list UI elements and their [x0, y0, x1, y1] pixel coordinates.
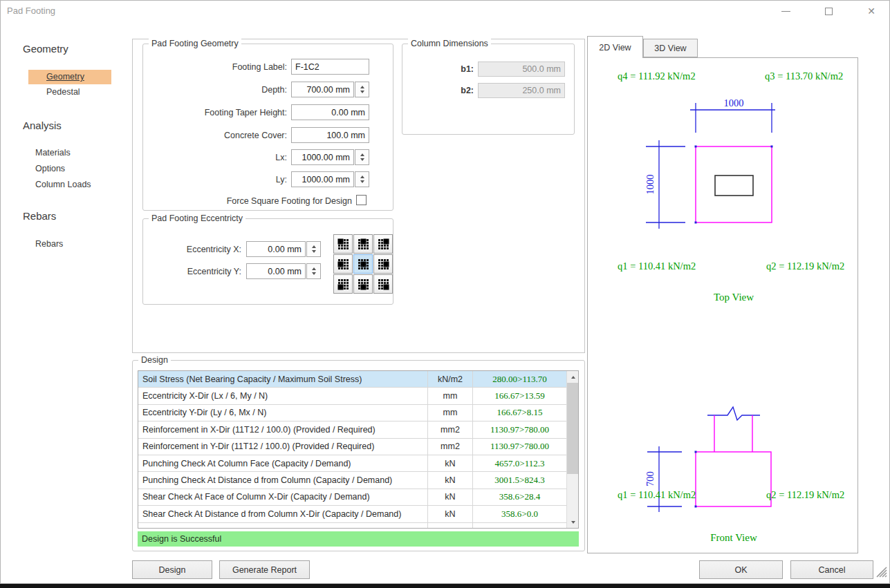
table-row[interactable]: Punching Check At Distance d from Column…	[138, 472, 578, 489]
spinner-down-icon	[360, 91, 364, 93]
2d-view-drawing: q4 = 111.92 kN/m2 q3 = 113.70 kN/m2 1000…	[587, 57, 857, 552]
spinner-up-icon	[360, 153, 364, 156]
position-middle-right-button[interactable]	[373, 254, 393, 274]
force-square-footing-label: Force Square Footing for Design	[142, 196, 352, 206]
sidebar-item-options[interactable]: Options	[35, 164, 65, 173]
scroll-up-icon	[571, 376, 575, 379]
corner-node	[695, 222, 697, 224]
corner-node	[695, 506, 697, 508]
scrollbar-up-button[interactable]	[567, 371, 579, 383]
q4-annotation: q4 = 111.92 kN/m2	[618, 70, 696, 82]
table-row[interactable]: Soil Stress (Net Bearing Capacity / Maxi…	[138, 371, 578, 388]
lx-stepper[interactable]	[355, 149, 369, 165]
spinner-down-icon	[360, 158, 364, 161]
dim-height-label: 1000	[645, 175, 656, 195]
position-bottom-center-button[interactable]	[353, 274, 373, 294]
position-top-center-button[interactable]	[353, 234, 373, 254]
spinner-up-icon	[312, 245, 316, 248]
footing-taper-height-label: Footing Taper Height:	[142, 108, 287, 117]
position-grid-icon	[337, 238, 349, 250]
maximize-icon	[825, 8, 833, 15]
sidebar-item-column-loads[interactable]: Column Loads	[35, 180, 91, 189]
force-square-footing-checkbox[interactable]	[356, 195, 367, 205]
depth-input[interactable]: 700.00 mm	[291, 82, 354, 97]
maximize-button[interactable]	[813, 1, 844, 21]
position-top-right-button[interactable]	[373, 234, 393, 254]
table-scrollbar[interactable]	[566, 371, 578, 528]
footing-label-label: Footing Label:	[142, 62, 287, 72]
design-results-table: Soil Stress (Net Bearing Capacity / Maxi…	[138, 370, 579, 529]
pad-footing-dialog: Pad Footing ✕ Geometry Geometry Pedestal…	[0, 0, 890, 584]
lx-label: Lx:	[142, 153, 287, 162]
spinner-up-icon	[312, 267, 316, 270]
sidebar-item-geometry[interactable]: Geometry	[28, 70, 111, 84]
b2-input: 250.0 mm	[478, 83, 565, 98]
table-row[interactable]: Reinforcement in X-Dir (11T12 / 100.0) (…	[138, 421, 578, 438]
ly-label: Ly:	[142, 175, 287, 184]
depth-stepper[interactable]	[355, 82, 369, 97]
close-button[interactable]: ✕	[855, 1, 887, 21]
minimize-button[interactable]	[770, 1, 801, 21]
sidebar-item-materials[interactable]: Materials	[35, 148, 71, 158]
table-row[interactable]: Reinforcement in Y-Dir (11T12 / 100.0) (…	[138, 439, 578, 455]
q1-annotation: q1 = 110.41 kN/m2	[618, 260, 696, 272]
spinner-down-icon	[312, 272, 316, 275]
position-middle-left-button[interactable]	[333, 254, 353, 274]
eccentricity-x-label: Eccentricity X:	[142, 245, 241, 254]
status-text: Design is Successful	[142, 534, 221, 544]
position-grid-icon	[378, 258, 389, 270]
q3-annotation: q3 = 113.70 kN/m2	[765, 70, 843, 82]
position-grid-icon	[358, 278, 369, 290]
resize-grip-icon[interactable]	[875, 566, 888, 578]
scroll-down-icon	[571, 521, 575, 524]
footing-taper-height-input[interactable]: 0.00 mm	[291, 104, 369, 120]
scrollbar-thumb[interactable]	[567, 383, 579, 474]
table-row[interactable]: Eccentricity Y-Dir (Ly / 6, Mx / N) mm 1…	[138, 405, 578, 421]
scrollbar-down-button[interactable]	[567, 516, 579, 528]
eccentricity-x-input[interactable]: 0.00 mm	[246, 241, 306, 257]
eccentricity-y-input[interactable]: 0.00 mm	[246, 263, 306, 279]
sidebar-header-geometry: Geometry	[23, 43, 68, 55]
corner-node	[695, 146, 697, 148]
generate-report-button[interactable]: Generate Report	[219, 560, 310, 579]
position-bottom-left-button[interactable]	[333, 274, 353, 294]
sidebar-item-rebars[interactable]: Rebars	[35, 239, 63, 249]
position-grid-icon	[378, 278, 389, 290]
ly-stepper[interactable]	[355, 171, 369, 187]
lx-input[interactable]: 1000.00 mm	[291, 149, 354, 165]
ok-button[interactable]: OK	[699, 560, 783, 579]
b1-input: 500.0 mm	[478, 61, 565, 77]
spinner-up-icon	[360, 176, 364, 178]
spinner-down-icon	[312, 250, 316, 253]
table-row[interactable]: Eccentricity X-Dir (Lx / 6, My / N) mm 1…	[138, 388, 578, 404]
position-bottom-right-button[interactable]	[373, 274, 393, 294]
table-row[interactable]: Punching Check At Column Face (Capacity …	[138, 455, 578, 472]
depth-label: Depth:	[142, 85, 287, 95]
cancel-button[interactable]: Cancel	[790, 560, 873, 579]
title-bar[interactable]: Pad Footing ✕	[1, 1, 889, 21]
footing-label-input[interactable]: F-1C2	[291, 59, 369, 75]
tab-2d-view[interactable]: 2D View	[587, 36, 643, 58]
position-center-button[interactable]	[353, 254, 373, 274]
eccentricity-x-stepper[interactable]	[306, 241, 321, 257]
ly-input[interactable]: 1000.00 mm	[291, 171, 354, 187]
design-status-bar: Design is Successful	[138, 531, 579, 547]
position-top-left-button[interactable]	[333, 234, 353, 254]
top-view-title: Top View	[714, 292, 754, 303]
eccentricity-y-stepper[interactable]	[306, 263, 321, 279]
tab-3d-view[interactable]: 3D View	[643, 39, 698, 57]
concrete-cover-input[interactable]: 100.0 mm	[291, 127, 369, 143]
column-outline-top	[715, 176, 753, 196]
dim-width-label: 1000	[724, 97, 744, 108]
screen: Pad Footing ✕ Geometry Geometry Pedestal…	[0, 0, 890, 588]
eccentricity-y-label: Eccentricity Y:	[142, 267, 241, 276]
position-grid-icon	[358, 238, 369, 250]
column-outline-front	[714, 415, 752, 452]
table-row[interactable]: Shear Check At Distance d from Column X-…	[138, 506, 578, 522]
sidebar-item-pedestal[interactable]: Pedestal	[46, 87, 80, 97]
table-row[interactable]: Shear Check At Face of Column X-Dir (Cap…	[138, 489, 578, 506]
q1-front-annotation: q1 = 110.41 kN/m2	[618, 489, 696, 500]
design-button[interactable]: Design	[132, 560, 212, 579]
position-grid-icon	[378, 238, 389, 250]
corner-node	[695, 451, 697, 453]
